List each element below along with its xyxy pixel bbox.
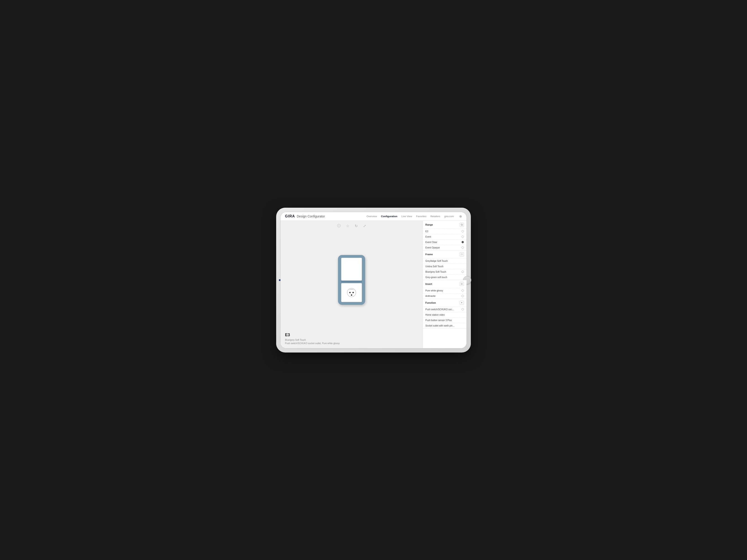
- device-switch-top: [341, 258, 362, 281]
- function-icon[interactable]: ✦: [460, 301, 464, 305]
- function-section-header: Function ✦: [422, 299, 466, 306]
- frame-radio-bluegrey[interactable]: [462, 271, 464, 273]
- range-title: Range: [425, 223, 433, 226]
- device-socket-bottom: [341, 283, 362, 302]
- device-divider: [341, 282, 362, 282]
- range-item-e3[interactable]: E3: [422, 229, 466, 234]
- range-item-event[interactable]: Event: [422, 234, 466, 239]
- tablet-screen: GIRA Design Configurator Overview Config…: [280, 212, 467, 348]
- insert-item-anthracite[interactable]: Anthracite: [422, 293, 466, 299]
- function-section: Function ✦ Push switch/SCHUKO soc... Hom…: [422, 299, 466, 328]
- frame-title: Frame: [425, 253, 433, 256]
- socket-hole-bottom: [351, 294, 352, 296]
- frame-item-greygreen[interactable]: Grey-green soft touch: [422, 274, 466, 280]
- preview-toolbar: ⓘ ☆ ↻ ⤢: [281, 221, 422, 231]
- nav-favorites[interactable]: Favorites: [416, 215, 426, 218]
- function-title: Function: [425, 301, 436, 304]
- function-item-homestation[interactable]: Home station video: [422, 312, 466, 317]
- insert-item-purewhite[interactable]: Pure white glossy: [422, 288, 466, 293]
- app-header: GIRA Design Configurator Overview Config…: [281, 212, 466, 221]
- nav-liveview[interactable]: Live View: [401, 215, 412, 218]
- function-radio-pushswitch[interactable]: [462, 308, 464, 311]
- range-radio-event[interactable]: [462, 236, 464, 238]
- tablet-device: GIRA Design Configurator Overview Config…: [276, 208, 471, 352]
- close-icon[interactable]: ⊗: [459, 214, 462, 218]
- insert-radio-anthracite[interactable]: [462, 295, 464, 297]
- nav-gira[interactable]: gira.com: [444, 215, 454, 218]
- range-section-header: Range ⧉: [422, 221, 466, 229]
- insert-section: Insert ⊡ Pure white glossy Anthracite: [422, 280, 466, 299]
- range-item-eventclear[interactable]: Event Clear: [422, 239, 466, 245]
- insert-title: Insert: [425, 283, 432, 285]
- app-logo: GIRA: [285, 214, 295, 218]
- function-item-socket[interactable]: Socket outlet with earth pin...: [422, 323, 466, 328]
- frame-item-bluegrey[interactable]: Blue/grey Soft Touch: [422, 269, 466, 274]
- insert-radio-purewhite[interactable]: [462, 289, 464, 292]
- insert-icon[interactable]: ⊡: [460, 282, 464, 286]
- app-title: Design Configurator: [297, 214, 325, 218]
- function-item-pushswitch[interactable]: Push switch/SCHUKO soc...: [422, 306, 466, 312]
- range-radio-eventclear[interactable]: [462, 241, 464, 243]
- socket-hole-left: [349, 292, 351, 293]
- navigation: Overview Configuration Live View Favorit…: [366, 214, 462, 218]
- frame-item-umbra[interactable]: Umbra Soft Touch: [422, 264, 466, 269]
- frame-icon[interactable]: ☐: [460, 252, 464, 256]
- socket-arc: [349, 289, 354, 291]
- device-visualization: [338, 255, 365, 305]
- rotate-icon[interactable]: ↻: [355, 224, 358, 228]
- range-item-eventopaque[interactable]: Event Opaque: [422, 245, 466, 250]
- frame-item-greybeige[interactable]: Grey/beige Soft Touch: [422, 258, 466, 264]
- product-description: Push switch/SCHUKO socket outlet, Pure w…: [285, 342, 418, 345]
- expand-icon[interactable]: ⤢: [363, 224, 366, 228]
- range-radio-eventopaque[interactable]: [462, 246, 464, 249]
- favorites-icon[interactable]: ☆: [346, 224, 349, 228]
- insert-section-header: Insert ⊡: [422, 280, 466, 288]
- socket-outlet: [347, 288, 356, 297]
- range-section: Range ⧉ E3 Event Event Clear: [422, 221, 466, 250]
- info-icon[interactable]: ⓘ: [337, 223, 341, 228]
- socket-hole-right: [353, 292, 354, 293]
- product-frame: Blue/grey Soft Touch: [285, 338, 418, 342]
- main-content: ⓘ ☆ ↻ ⤢: [281, 221, 466, 348]
- preview-area: ⓘ ☆ ↻ ⤢: [281, 221, 422, 348]
- nav-overview[interactable]: Overview: [366, 215, 377, 218]
- config-panel: Range ⧉ E3 Event Event Clear: [422, 221, 466, 348]
- function-item-pushsensor3[interactable]: Push button sensor 3 Plus: [422, 317, 466, 323]
- frame-section: Frame ☐ Grey/beige Soft Touch Umbra Soft…: [422, 250, 466, 280]
- product-info: E3 Blue/grey Soft Touch Push switch/SCHU…: [281, 329, 422, 348]
- product-name: E3: [285, 332, 418, 337]
- nav-configuration[interactable]: Configuration: [381, 215, 397, 218]
- frame-section-header: Frame ☐: [422, 250, 466, 258]
- range-radio-e3[interactable]: [462, 230, 464, 232]
- nav-retailers[interactable]: Retailers: [430, 215, 440, 218]
- range-copy-icon[interactable]: ⧉: [460, 223, 464, 227]
- preview-canvas: [281, 231, 422, 329]
